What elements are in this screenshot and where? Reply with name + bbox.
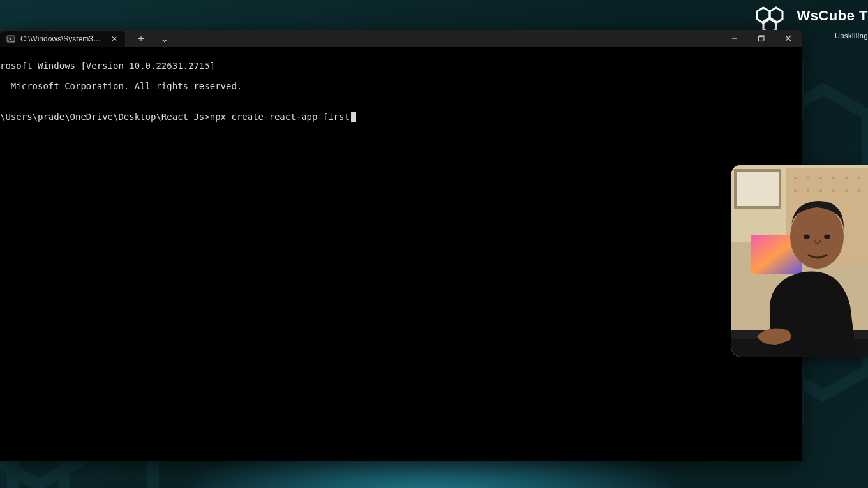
minimize-button[interactable] bbox=[721, 30, 748, 47]
svg-point-12 bbox=[807, 177, 809, 179]
svg-point-20 bbox=[832, 189, 835, 192]
close-icon bbox=[784, 34, 792, 42]
terminal-window: >_ C:\Windows\System32\cmd.e ✕ ＋ ⌄ rosof… bbox=[0, 30, 802, 461]
cmd-icon: >_ bbox=[6, 34, 15, 43]
svg-point-18 bbox=[807, 189, 809, 192]
terminal-cursor bbox=[351, 112, 356, 122]
svg-point-14 bbox=[832, 177, 835, 179]
terminal-prompt: \Users\prade\OneDrive\Desktop\React Js> bbox=[0, 112, 210, 122]
svg-text:>_: >_ bbox=[8, 36, 15, 42]
svg-point-28 bbox=[824, 235, 830, 239]
svg-point-21 bbox=[845, 189, 848, 192]
svg-point-19 bbox=[819, 189, 822, 192]
close-button[interactable] bbox=[775, 30, 802, 47]
svg-point-27 bbox=[804, 235, 810, 239]
tab-close-button[interactable]: ✕ bbox=[110, 34, 119, 43]
hexagon-logo-icon bbox=[754, 4, 793, 31]
maximize-icon bbox=[758, 34, 765, 42]
svg-point-15 bbox=[845, 177, 848, 179]
maximize-button[interactable] bbox=[748, 30, 775, 47]
presenter-camera bbox=[731, 165, 868, 357]
new-tab-button[interactable]: ＋ bbox=[133, 30, 149, 47]
new-tab-dropdown[interactable]: ⌄ bbox=[156, 30, 172, 47]
tab-cmd[interactable]: >_ C:\Windows\System32\cmd.e ✕ bbox=[0, 31, 125, 47]
terminal-body[interactable]: rosoft Windows [Version 10.0.22631.2715]… bbox=[0, 47, 802, 461]
svg-point-17 bbox=[794, 189, 797, 192]
svg-rect-4 bbox=[759, 37, 763, 41]
svg-point-13 bbox=[819, 177, 822, 179]
terminal-prompt-line: \Users\prade\OneDrive\Desktop\React Js>n… bbox=[0, 112, 802, 122]
svg-point-26 bbox=[790, 205, 844, 269]
window-controls bbox=[721, 30, 802, 47]
svg-point-16 bbox=[858, 177, 860, 179]
titlebar[interactable]: >_ C:\Windows\System32\cmd.e ✕ ＋ ⌄ bbox=[0, 30, 802, 47]
brand-name: WsCube T bbox=[797, 9, 868, 23]
terminal-line: rosoft Windows [Version 10.0.22631.2715] bbox=[0, 61, 802, 71]
svg-rect-9 bbox=[735, 170, 780, 207]
terminal-line: Microsoft Corporation. All rights reserv… bbox=[0, 81, 802, 91]
svg-point-11 bbox=[794, 177, 797, 179]
tab-title: C:\Windows\System32\cmd.e bbox=[20, 34, 105, 43]
svg-point-22 bbox=[858, 189, 860, 192]
minimize-icon bbox=[731, 34, 738, 42]
terminal-command: npx create-react-app first bbox=[210, 112, 350, 122]
